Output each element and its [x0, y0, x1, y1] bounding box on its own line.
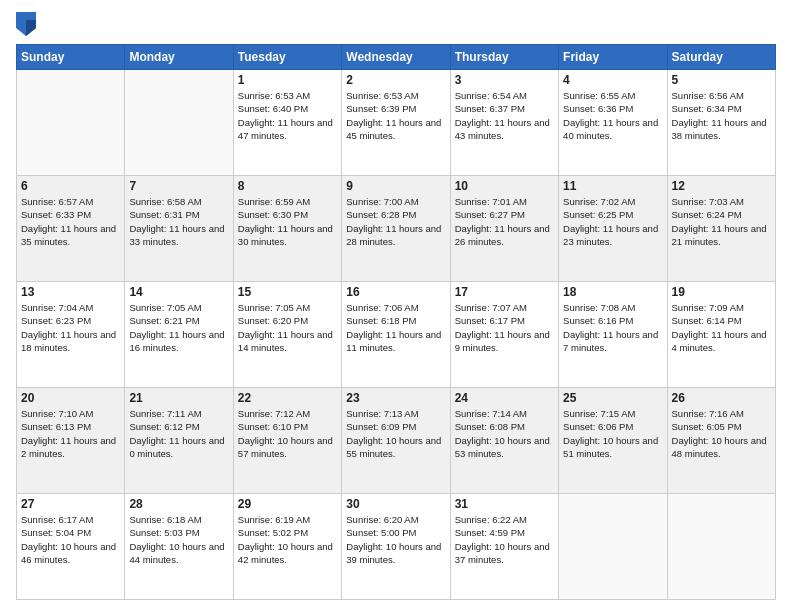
logo: [16, 12, 40, 36]
calendar-week-4: 20Sunrise: 7:10 AMSunset: 6:13 PMDayligh…: [17, 388, 776, 494]
calendar-cell: 9Sunrise: 7:00 AMSunset: 6:28 PMDaylight…: [342, 176, 450, 282]
cell-content: Sunrise: 6:53 AMSunset: 6:39 PMDaylight:…: [346, 89, 445, 142]
cell-content: Sunrise: 7:05 AMSunset: 6:20 PMDaylight:…: [238, 301, 337, 354]
calendar-cell: 16Sunrise: 7:06 AMSunset: 6:18 PMDayligh…: [342, 282, 450, 388]
cell-content: Sunrise: 7:04 AMSunset: 6:23 PMDaylight:…: [21, 301, 120, 354]
calendar-cell: 28Sunrise: 6:18 AMSunset: 5:03 PMDayligh…: [125, 494, 233, 600]
day-number: 27: [21, 497, 120, 511]
cell-content: Sunrise: 6:22 AMSunset: 4:59 PMDaylight:…: [455, 513, 554, 566]
calendar-week-5: 27Sunrise: 6:17 AMSunset: 5:04 PMDayligh…: [17, 494, 776, 600]
calendar-header-sunday: Sunday: [17, 45, 125, 70]
day-number: 14: [129, 285, 228, 299]
calendar-week-3: 13Sunrise: 7:04 AMSunset: 6:23 PMDayligh…: [17, 282, 776, 388]
calendar-cell: [125, 70, 233, 176]
calendar-cell: 15Sunrise: 7:05 AMSunset: 6:20 PMDayligh…: [233, 282, 341, 388]
calendar-cell: 29Sunrise: 6:19 AMSunset: 5:02 PMDayligh…: [233, 494, 341, 600]
cell-content: Sunrise: 7:08 AMSunset: 6:16 PMDaylight:…: [563, 301, 662, 354]
cell-content: Sunrise: 6:19 AMSunset: 5:02 PMDaylight:…: [238, 513, 337, 566]
day-number: 7: [129, 179, 228, 193]
page: SundayMondayTuesdayWednesdayThursdayFrid…: [0, 0, 792, 612]
calendar-header-row: SundayMondayTuesdayWednesdayThursdayFrid…: [17, 45, 776, 70]
cell-content: Sunrise: 6:20 AMSunset: 5:00 PMDaylight:…: [346, 513, 445, 566]
calendar-header-friday: Friday: [559, 45, 667, 70]
calendar-header-tuesday: Tuesday: [233, 45, 341, 70]
calendar-header-monday: Monday: [125, 45, 233, 70]
cell-content: Sunrise: 7:09 AMSunset: 6:14 PMDaylight:…: [672, 301, 771, 354]
cell-content: Sunrise: 7:00 AMSunset: 6:28 PMDaylight:…: [346, 195, 445, 248]
calendar-header-saturday: Saturday: [667, 45, 775, 70]
day-number: 8: [238, 179, 337, 193]
day-number: 16: [346, 285, 445, 299]
cell-content: Sunrise: 7:11 AMSunset: 6:12 PMDaylight:…: [129, 407, 228, 460]
cell-content: Sunrise: 7:13 AMSunset: 6:09 PMDaylight:…: [346, 407, 445, 460]
calendar-cell: 3Sunrise: 6:54 AMSunset: 6:37 PMDaylight…: [450, 70, 558, 176]
day-number: 18: [563, 285, 662, 299]
calendar-cell: 21Sunrise: 7:11 AMSunset: 6:12 PMDayligh…: [125, 388, 233, 494]
day-number: 5: [672, 73, 771, 87]
calendar-cell: 4Sunrise: 6:55 AMSunset: 6:36 PMDaylight…: [559, 70, 667, 176]
calendar-week-1: 1Sunrise: 6:53 AMSunset: 6:40 PMDaylight…: [17, 70, 776, 176]
calendar-cell: 17Sunrise: 7:07 AMSunset: 6:17 PMDayligh…: [450, 282, 558, 388]
calendar-cell: 5Sunrise: 6:56 AMSunset: 6:34 PMDaylight…: [667, 70, 775, 176]
day-number: 20: [21, 391, 120, 405]
day-number: 29: [238, 497, 337, 511]
calendar-week-2: 6Sunrise: 6:57 AMSunset: 6:33 PMDaylight…: [17, 176, 776, 282]
cell-content: Sunrise: 7:03 AMSunset: 6:24 PMDaylight:…: [672, 195, 771, 248]
calendar-table: SundayMondayTuesdayWednesdayThursdayFrid…: [16, 44, 776, 600]
calendar-cell: 14Sunrise: 7:05 AMSunset: 6:21 PMDayligh…: [125, 282, 233, 388]
cell-content: Sunrise: 7:02 AMSunset: 6:25 PMDaylight:…: [563, 195, 662, 248]
cell-content: Sunrise: 6:59 AMSunset: 6:30 PMDaylight:…: [238, 195, 337, 248]
calendar-cell: [559, 494, 667, 600]
calendar-cell: 2Sunrise: 6:53 AMSunset: 6:39 PMDaylight…: [342, 70, 450, 176]
day-number: 2: [346, 73, 445, 87]
calendar-cell: 13Sunrise: 7:04 AMSunset: 6:23 PMDayligh…: [17, 282, 125, 388]
calendar-cell: 22Sunrise: 7:12 AMSunset: 6:10 PMDayligh…: [233, 388, 341, 494]
cell-content: Sunrise: 7:15 AMSunset: 6:06 PMDaylight:…: [563, 407, 662, 460]
cell-content: Sunrise: 7:07 AMSunset: 6:17 PMDaylight:…: [455, 301, 554, 354]
cell-content: Sunrise: 7:06 AMSunset: 6:18 PMDaylight:…: [346, 301, 445, 354]
calendar-cell: 6Sunrise: 6:57 AMSunset: 6:33 PMDaylight…: [17, 176, 125, 282]
calendar-cell: [17, 70, 125, 176]
day-number: 31: [455, 497, 554, 511]
calendar-cell: 7Sunrise: 6:58 AMSunset: 6:31 PMDaylight…: [125, 176, 233, 282]
day-number: 19: [672, 285, 771, 299]
day-number: 13: [21, 285, 120, 299]
calendar-cell: 19Sunrise: 7:09 AMSunset: 6:14 PMDayligh…: [667, 282, 775, 388]
calendar-cell: 8Sunrise: 6:59 AMSunset: 6:30 PMDaylight…: [233, 176, 341, 282]
cell-content: Sunrise: 7:01 AMSunset: 6:27 PMDaylight:…: [455, 195, 554, 248]
cell-content: Sunrise: 6:54 AMSunset: 6:37 PMDaylight:…: [455, 89, 554, 142]
cell-content: Sunrise: 6:55 AMSunset: 6:36 PMDaylight:…: [563, 89, 662, 142]
cell-content: Sunrise: 7:14 AMSunset: 6:08 PMDaylight:…: [455, 407, 554, 460]
cell-content: Sunrise: 6:18 AMSunset: 5:03 PMDaylight:…: [129, 513, 228, 566]
calendar-cell: 23Sunrise: 7:13 AMSunset: 6:09 PMDayligh…: [342, 388, 450, 494]
day-number: 30: [346, 497, 445, 511]
cell-content: Sunrise: 7:16 AMSunset: 6:05 PMDaylight:…: [672, 407, 771, 460]
calendar-cell: 1Sunrise: 6:53 AMSunset: 6:40 PMDaylight…: [233, 70, 341, 176]
day-number: 4: [563, 73, 662, 87]
day-number: 17: [455, 285, 554, 299]
calendar-cell: 12Sunrise: 7:03 AMSunset: 6:24 PMDayligh…: [667, 176, 775, 282]
day-number: 15: [238, 285, 337, 299]
calendar-header-thursday: Thursday: [450, 45, 558, 70]
calendar-cell: 26Sunrise: 7:16 AMSunset: 6:05 PMDayligh…: [667, 388, 775, 494]
day-number: 24: [455, 391, 554, 405]
day-number: 10: [455, 179, 554, 193]
calendar-cell: 25Sunrise: 7:15 AMSunset: 6:06 PMDayligh…: [559, 388, 667, 494]
day-number: 25: [563, 391, 662, 405]
day-number: 6: [21, 179, 120, 193]
calendar-cell: 24Sunrise: 7:14 AMSunset: 6:08 PMDayligh…: [450, 388, 558, 494]
logo-icon: [16, 12, 36, 36]
day-number: 21: [129, 391, 228, 405]
cell-content: Sunrise: 6:17 AMSunset: 5:04 PMDaylight:…: [21, 513, 120, 566]
calendar-cell: 11Sunrise: 7:02 AMSunset: 6:25 PMDayligh…: [559, 176, 667, 282]
day-number: 12: [672, 179, 771, 193]
calendar-cell: 27Sunrise: 6:17 AMSunset: 5:04 PMDayligh…: [17, 494, 125, 600]
calendar-cell: 10Sunrise: 7:01 AMSunset: 6:27 PMDayligh…: [450, 176, 558, 282]
day-number: 23: [346, 391, 445, 405]
cell-content: Sunrise: 6:57 AMSunset: 6:33 PMDaylight:…: [21, 195, 120, 248]
day-number: 1: [238, 73, 337, 87]
day-number: 28: [129, 497, 228, 511]
day-number: 26: [672, 391, 771, 405]
cell-content: Sunrise: 7:05 AMSunset: 6:21 PMDaylight:…: [129, 301, 228, 354]
calendar-cell: 30Sunrise: 6:20 AMSunset: 5:00 PMDayligh…: [342, 494, 450, 600]
